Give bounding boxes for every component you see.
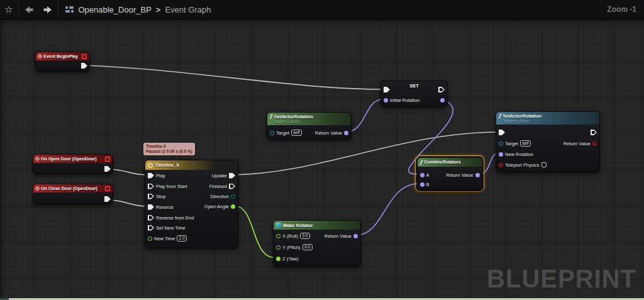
pin-label: B [426,182,430,187]
event-badge-icon [105,186,110,191]
finished-exec-pin[interactable] [229,184,235,189]
target-value-box[interactable]: self [520,140,531,147]
pin-label: Initial Rotation [390,97,420,103]
event-diamond-icon [38,54,42,58]
pin-label: Open Angle [204,204,229,209]
event-diamond-icon [35,186,40,191]
node-title: CombineRotators [424,160,461,164]
open-angle-float-pin[interactable] [231,204,235,209]
back-button[interactable] [20,0,38,19]
pin-label: Teleport Physics [505,162,540,168]
toolbar: ☆ Openable_Door_BP > Event Graph Zoom -1 [0,0,644,19]
pin-label: Play from Start [156,184,187,189]
wire-beginplay-to-set [86,65,383,89]
node-title: GetActorRotation [274,114,313,119]
target-value-box[interactable]: self [291,130,302,136]
reverse-exec-pin[interactable] [148,204,154,210]
pin-label: Y (Pitch) [282,245,301,250]
z-yaw-float-pin[interactable] [276,257,280,261]
set-new-time-exec-pin[interactable] [148,225,154,231]
toolbar-divider [18,2,19,17]
event-graph-canvas[interactable]: BLUEPRINT Event BeginPlay SET Initial Ro… [0,19,644,298]
node-set-initial-rotation[interactable]: SET Initial Rotation [380,81,448,107]
star-icon: ☆ [4,0,13,19]
play-exec-pin[interactable] [148,173,154,179]
pin-label: Return Value [315,130,342,136]
exec-out-pin[interactable] [591,130,597,135]
new-time-value-box[interactable]: 2.0 [177,235,187,242]
target-object-pin[interactable] [499,142,503,146]
event-diamond-icon [35,157,40,161]
rotator-out-pin[interactable] [440,98,445,103]
update-exec-pin[interactable] [229,173,235,179]
pin-label: New Time [154,236,175,242]
event-badge-icon [82,54,87,59]
pin-label: Set New Time [156,225,186,231]
node-title: Event BeginPlay [43,54,78,58]
node-title: SET [381,83,447,89]
play-from-start-exec-pin[interactable] [148,184,154,189]
pin-label: Target [505,141,518,147]
rotator-pin[interactable] [384,98,388,103]
return-value-pin[interactable] [344,131,348,135]
struct-icon [276,223,281,228]
toolbar-divider [58,2,58,17]
return-value-pin[interactable] [353,234,358,238]
node-title: Make Rotator [283,223,313,228]
x-roll-float-pin[interactable] [276,234,280,238]
new-time-float-pin[interactable] [148,236,152,241]
node-get-actor-rotation[interactable]: ƒ GetActorRotation Target is Actor Targe… [267,112,352,140]
node-make-rotator[interactable]: Make Rotator X (Roll) 0.0 Y (Pitch) 0.0 … [273,220,361,267]
x-roll-value-box[interactable]: 0.0 [300,233,310,240]
exec-out-pin[interactable] [104,166,111,172]
timeline-status-bubble: Timeline 0 Paused @ 0.00 s (0.0 %) [143,143,195,155]
exec-out-pin[interactable] [81,63,87,69]
pin-label: Return Value [564,141,591,147]
node-on-close-door[interactable]: On Close Door (OpenDoor) [33,184,113,204]
teleport-physics-checkbox[interactable] [541,162,547,167]
clock-icon [148,163,153,168]
stop-exec-pin[interactable] [148,194,154,199]
y-pitch-float-pin[interactable] [276,245,280,250]
pin-label: Finished [209,184,227,189]
function-icon: ƒ [499,113,501,118]
event-badge-icon [105,157,110,162]
new-rotation-pin[interactable] [499,152,503,157]
reverse-from-end-exec-pin[interactable] [148,215,154,221]
direction-enum-pin[interactable] [231,194,235,199]
return-value-pin[interactable] [475,173,480,177]
back-arrow-icon [25,6,34,14]
node-combine-rotators[interactable]: ƒ CombineRotators A B Return Value [417,157,483,191]
forward-arrow-icon [43,6,52,14]
breadcrumb-current[interactable]: Event Graph [165,5,211,14]
zoom-level-label: Zoom -1 [607,5,636,14]
node-timeline[interactable]: Timeline_0 Play Play from Start Stop Rev… [145,160,238,248]
teleport-physics-pin[interactable] [499,163,503,167]
pin-label: A [426,172,430,178]
pin-label: Reverse from End [156,215,194,221]
y-pitch-value-box[interactable]: 0.0 [303,244,313,251]
node-title: On Open Door (OpenDoor) [41,157,97,161]
breadcrumb-root[interactable]: Openable_Door_BP [78,5,151,14]
blueprint-class-icon [65,6,74,14]
pin-label: Target [276,130,289,136]
target-object-pin[interactable] [270,131,274,135]
exec-in-pin[interactable] [499,130,505,135]
blueprint-editor: { "toolbar": { "breadcrumb": { "root": "… [0,0,644,300]
node-event-beginplay[interactable]: Event BeginPlay [35,52,90,72]
pin-label: Play [156,173,165,179]
a-rotator-pin[interactable] [420,173,425,177]
favorite-button[interactable]: ☆ [0,0,17,19]
pin-label: Reverse [156,204,174,210]
b-rotator-pin[interactable] [420,182,425,187]
node-on-open-door[interactable]: On Open Door (OpenDoor) [33,154,113,174]
return-value-bool-pin[interactable] [592,142,597,146]
pin-label: Return Value [325,233,352,239]
forward-button[interactable] [38,0,57,19]
function-icon: ƒ [270,114,272,119]
pin-label: New Rotation [505,152,533,157]
pin-label: Z (Yaw) [282,256,299,262]
node-set-actor-rotation[interactable]: ƒ SetActorRotation Target is Actor Targe… [496,111,600,172]
selection-outline: ƒ CombineRotators A B Return Value [415,155,484,192]
exec-out-pin[interactable] [104,196,111,202]
